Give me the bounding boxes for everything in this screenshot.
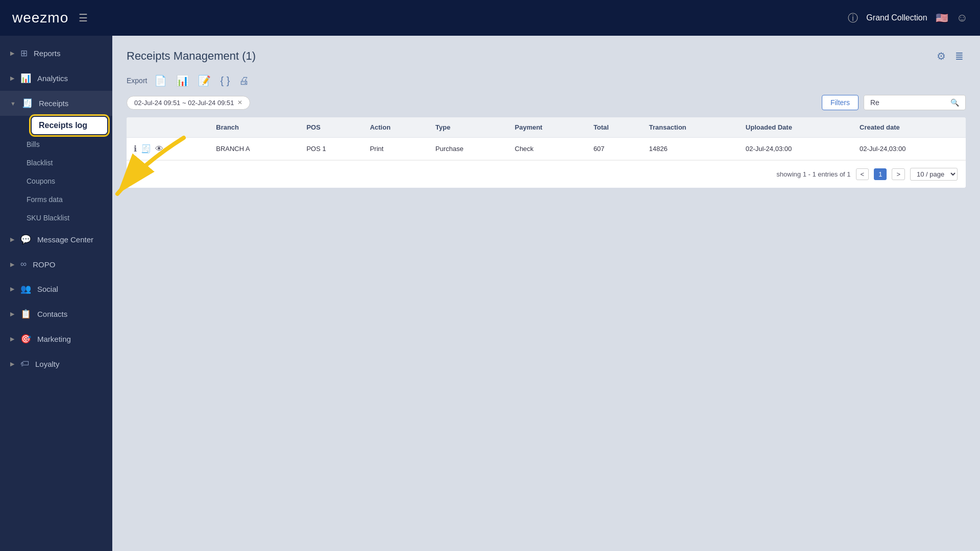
hamburger-menu[interactable]: ☰: [79, 12, 88, 24]
export-print-button[interactable]: 🖨: [237, 74, 251, 88]
loyalty-icon: 🏷: [20, 359, 29, 369]
receipts-table: Branch POS Action Type Payment Total Tra…: [127, 117, 966, 188]
message-center-label: Message Center: [37, 235, 93, 244]
reports-chevron: ▶: [10, 50, 14, 57]
page-1-button[interactable]: 1: [874, 168, 887, 180]
topbar-left: weezmo ☰: [12, 10, 88, 26]
social-icon: 👥: [20, 284, 31, 294]
help-icon[interactable]: ⓘ: [848, 11, 858, 25]
sidebar-item-analytics[interactable]: ▶ 📊 Analytics: [0, 66, 112, 91]
cell-uploaded-date: 02-Jul-24,03:00: [739, 138, 852, 160]
prev-page-button[interactable]: <: [856, 168, 869, 180]
reports-icon: ⊞: [20, 48, 28, 59]
col-actions: [127, 117, 209, 138]
col-transaction[interactable]: Transaction: [642, 117, 739, 138]
user-avatar[interactable]: ☺: [957, 11, 968, 24]
sidebar-item-sku-blacklist[interactable]: SKU Blacklist: [27, 209, 112, 227]
collection-name: Grand Collection: [866, 13, 927, 22]
col-branch[interactable]: Branch: [209, 117, 299, 138]
ropo-label: ROPO: [33, 260, 55, 269]
forms-data-label: Forms data: [27, 195, 63, 204]
cell-branch: BRANCH A: [209, 138, 299, 160]
flag-icon: 🇺🇸: [936, 12, 948, 24]
sku-blacklist-label: SKU Blacklist: [27, 214, 69, 222]
cell-type: Purchase: [428, 138, 507, 160]
message-center-icon: 💬: [20, 234, 31, 245]
analytics-label: Analytics: [37, 74, 68, 83]
sidebar-item-marketing[interactable]: ▶ 🎯 Marketing: [0, 327, 112, 352]
date-filter-value: 02-Jul-24 09:51 ~ 02-Jul-24 09:51: [134, 99, 234, 107]
receipts-label: Receipts: [39, 99, 68, 108]
blacklist-label: Blacklist: [27, 159, 53, 167]
sidebar-item-reports[interactable]: ▶ ⊞ Reports: [0, 41, 112, 66]
col-action[interactable]: Action: [363, 117, 428, 138]
filter-tags: 02-Jul-24 09:51 ~ 02-Jul-24 09:51 ✕: [127, 96, 250, 110]
sidebar-item-message-center[interactable]: ▶ 💬 Message Center: [0, 227, 112, 252]
contacts-label: Contacts: [37, 310, 67, 318]
filter-bar: 02-Jul-24 09:51 ~ 02-Jul-24 09:51 ✕ Filt…: [127, 95, 966, 110]
export-json-button[interactable]: { }: [218, 74, 232, 88]
export-label: Export: [127, 77, 147, 85]
search-input[interactable]: [870, 98, 947, 107]
per-page-select[interactable]: 10 / page 20 / page 50 / page: [910, 168, 958, 181]
filters-button[interactable]: Filters: [822, 95, 859, 110]
cell-action: Print: [363, 138, 428, 160]
ropo-icon: ∞: [20, 259, 27, 269]
row-actions: ℹ 🧾 👁: [134, 144, 202, 154]
sidebar-item-ropo[interactable]: ▶ ∞ ROPO: [0, 252, 112, 277]
cell-pos: POS 1: [299, 138, 362, 160]
columns-button[interactable]: ≣: [953, 48, 966, 64]
contacts-chevron: ▶: [10, 311, 14, 317]
date-filter-close[interactable]: ✕: [237, 99, 242, 106]
sidebar-item-receipts-log[interactable]: Receipts log: [32, 117, 107, 134]
sidebar-item-social[interactable]: ▶ 👥 Social: [0, 277, 112, 302]
sidebar-item-receipts[interactable]: ▼ 🧾 Receipts: [0, 91, 112, 116]
analytics-chevron: ▶: [10, 75, 14, 82]
col-payment[interactable]: Payment: [508, 117, 586, 138]
sidebar-item-loyalty[interactable]: ▶ 🏷 Loyalty: [0, 352, 112, 376]
loyalty-chevron: ▶: [10, 361, 14, 367]
topbar-right: ⓘ Grand Collection 🇺🇸 ☺: [848, 11, 968, 25]
loyalty-label: Loyalty: [35, 360, 60, 368]
cell-created-date: 02-Jul-24,03:00: [852, 138, 966, 160]
export-doc-button[interactable]: 📝: [196, 73, 213, 88]
sidebar-item-forms-data[interactable]: Forms data: [27, 190, 112, 209]
social-label: Social: [37, 285, 58, 293]
pagination-showing: showing 1 - 1 entries of 1: [776, 170, 850, 178]
date-filter-tag[interactable]: 02-Jul-24 09:51 ~ 02-Jul-24 09:51 ✕: [127, 96, 250, 110]
ropo-chevron: ▶: [10, 261, 14, 268]
analytics-icon: 📊: [20, 73, 31, 84]
col-total[interactable]: Total: [586, 117, 642, 138]
next-page-button[interactable]: >: [892, 168, 905, 180]
col-type[interactable]: Type: [428, 117, 507, 138]
view-button[interactable]: 👁: [155, 144, 163, 154]
sidebar-item-contacts[interactable]: ▶ 📋 Contacts: [0, 302, 112, 327]
receipts-submenu: Receipts log Bills Blacklist Coupons For…: [0, 117, 112, 227]
topbar: weezmo ☰ ⓘ Grand Collection 🇺🇸 ☺: [0, 0, 980, 36]
coupons-label: Coupons: [27, 177, 55, 185]
col-pos[interactable]: POS: [299, 117, 362, 138]
social-chevron: ▶: [10, 286, 14, 292]
message-center-chevron: ▶: [10, 236, 14, 243]
sidebar-item-bills[interactable]: Bills: [27, 135, 112, 154]
cell-total: 607: [586, 138, 642, 160]
marketing-chevron: ▶: [10, 336, 14, 342]
col-uploaded-date[interactable]: Uploaded Date: [739, 117, 852, 138]
info-button[interactable]: ℹ: [134, 144, 137, 154]
layout: ▶ ⊞ Reports ▶ 📊 Analytics ▼ 🧾 Receipts R…: [0, 0, 980, 551]
export-excel-button[interactable]: 📊: [174, 73, 191, 88]
page-title: Receipts Management (1): [127, 49, 256, 63]
export-pdf-button[interactable]: 📄: [152, 73, 169, 88]
sidebar-item-blacklist[interactable]: Blacklist: [27, 154, 112, 172]
receipt-button[interactable]: 🧾: [141, 144, 151, 154]
table-header-row: Branch POS Action Type Payment Total Tra…: [127, 117, 966, 138]
col-created-date[interactable]: Created date: [852, 117, 966, 138]
bills-label: Bills: [27, 140, 40, 148]
settings-button[interactable]: ⚙: [935, 48, 948, 64]
logo: weezmo: [12, 10, 68, 26]
search-box: 🔍: [864, 95, 966, 110]
table-row: ℹ 🧾 👁 BRANCH A POS 1 Print Purchase Chec…: [127, 138, 966, 160]
receipts-icon: 🧾: [22, 98, 33, 109]
sidebar-item-coupons[interactable]: Coupons: [27, 172, 112, 190]
filter-right: Filters 🔍: [822, 95, 966, 110]
